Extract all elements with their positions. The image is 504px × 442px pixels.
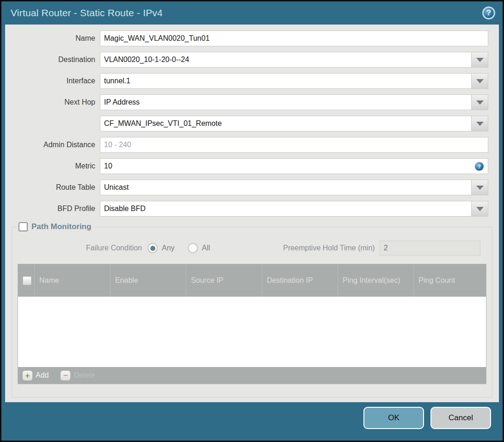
- table-toolbar: + Add − Delete: [18, 367, 486, 384]
- next-hop-address-input[interactable]: [100, 116, 488, 131]
- path-monitoring-section: Path Monitoring Failure Condition Any Al…: [12, 222, 492, 398]
- column-header-source-ip[interactable]: Source IP: [186, 264, 262, 297]
- column-header-ping-interval[interactable]: Ping Interval(sec): [338, 264, 413, 297]
- delete-button[interactable]: − Delete: [61, 371, 95, 380]
- path-monitoring-checkbox[interactable]: [18, 222, 28, 231]
- radio-dot: [150, 246, 155, 251]
- metric-help-icon[interactable]: ?: [475, 162, 484, 171]
- table-header: Name Enable Source IP Destination IP Pin…: [18, 264, 486, 297]
- next-hop-select[interactable]: [100, 95, 488, 110]
- bfd-profile-label: BFD Profile: [5, 205, 100, 213]
- ok-button[interactable]: OK: [363, 407, 424, 429]
- failure-condition-row: Failure Condition Any All Preemptive Hol…: [20, 240, 484, 256]
- metric-input[interactable]: [100, 159, 488, 174]
- chevron-down-icon: [476, 58, 484, 62]
- name-label: Name: [5, 34, 100, 43]
- chevron-down-icon: [476, 79, 484, 83]
- bfd-profile-field: [100, 201, 488, 217]
- next-hop-label: Next Hop: [5, 98, 100, 106]
- destination-label: Destination: [5, 56, 100, 64]
- chevron-down-icon: [476, 122, 484, 126]
- next-hop-field: [100, 94, 488, 110]
- admin-distance-input[interactable]: [100, 137, 488, 152]
- chevron-down-icon: [476, 186, 484, 190]
- static-route-dialog: Virtual Router - Static Route - IPv4 ? N…: [0, 0, 504, 442]
- dialog-titlebar: Virtual Router - Static Route - IPv4 ?: [1, 1, 503, 25]
- select-all-checkbox[interactable]: [23, 276, 31, 285]
- interface-row: Interface: [5, 73, 488, 89]
- route-table-select[interactable]: [100, 180, 488, 195]
- interface-label: Interface: [5, 77, 100, 85]
- next-hop-dropdown-button[interactable]: [471, 95, 488, 110]
- interface-dropdown-button[interactable]: [471, 74, 488, 88]
- destination-field: [100, 52, 488, 68]
- route-table-field: [100, 180, 488, 195]
- next-hop-address-dropdown-button[interactable]: [471, 116, 488, 131]
- table-body-empty: [18, 297, 486, 367]
- admin-distance-field: [100, 137, 488, 153]
- dialog-body: Name Destination Interface: [5, 25, 499, 402]
- interface-input[interactable]: [100, 74, 488, 88]
- select-all-cell: [18, 264, 34, 297]
- column-header-ping-count[interactable]: Ping Count: [413, 264, 486, 297]
- path-monitoring-legend: Path Monitoring: [18, 222, 94, 231]
- delete-button-label: Delete: [74, 371, 95, 380]
- delete-icon: −: [61, 371, 70, 380]
- admin-distance-label: Admin Distance: [5, 141, 100, 149]
- failure-condition-all-label: All: [202, 244, 210, 252]
- dialog-footer: OK Cancel: [363, 407, 491, 429]
- column-header-enable[interactable]: Enable: [110, 264, 186, 297]
- chevron-down-icon: [476, 100, 484, 105]
- column-header-name[interactable]: Name: [34, 264, 110, 297]
- interface-field: [100, 73, 488, 89]
- bfd-profile-select[interactable]: [100, 201, 488, 216]
- bfd-profile-dropdown-button[interactable]: [471, 201, 488, 216]
- name-row: Name: [5, 31, 488, 46]
- add-button[interactable]: + Add: [23, 371, 49, 380]
- admin-distance-row: Admin Distance: [5, 137, 488, 153]
- name-field: [100, 31, 488, 46]
- plus-glyph: +: [25, 372, 30, 380]
- destination-input[interactable]: [100, 52, 488, 67]
- preemptive-hold-time-label: Preemptive Hold Time (min): [283, 244, 375, 252]
- form-area: Name Destination Interface: [5, 25, 499, 217]
- minus-glyph: −: [63, 372, 68, 380]
- failure-condition-any-label: Any: [162, 244, 175, 252]
- preemptive-hold-time-input[interactable]: [380, 241, 480, 255]
- destination-row: Destination: [5, 52, 488, 68]
- next-hop-row: Next Hop: [5, 94, 488, 110]
- failure-condition-all-radio[interactable]: [188, 243, 198, 253]
- next-hop-address-row: [5, 116, 488, 131]
- failure-condition-label: Failure Condition: [20, 244, 148, 252]
- route-table-label: Route Table: [5, 183, 100, 192]
- dialog-title: Virtual Router - Static Route - IPv4: [11, 7, 163, 19]
- metric-label: Metric: [5, 162, 100, 170]
- add-icon: +: [23, 371, 32, 380]
- chevron-down-icon: [476, 207, 484, 211]
- add-button-label: Add: [36, 371, 49, 380]
- failure-condition-any-radio[interactable]: [148, 243, 158, 253]
- destination-dropdown-button[interactable]: [471, 52, 488, 67]
- next-hop-address-field: [100, 116, 488, 131]
- help-icon[interactable]: ?: [482, 6, 495, 19]
- column-header-destination-ip[interactable]: Destination IP: [262, 264, 338, 297]
- route-table-dropdown-button[interactable]: [471, 180, 488, 195]
- metric-row: Metric ?: [5, 158, 488, 174]
- cancel-button[interactable]: Cancel: [430, 407, 491, 429]
- path-monitoring-table: Name Enable Source IP Destination IP Pin…: [18, 264, 486, 384]
- metric-field: ?: [100, 158, 488, 174]
- route-table-row: Route Table: [5, 180, 488, 195]
- name-input[interactable]: [100, 31, 488, 46]
- path-monitoring-title: Path Monitoring: [31, 222, 91, 231]
- bfd-profile-row: BFD Profile: [5, 201, 488, 217]
